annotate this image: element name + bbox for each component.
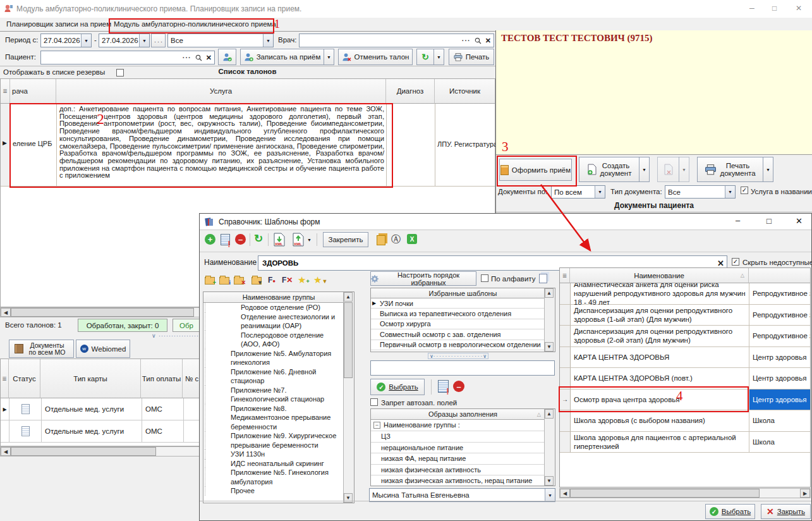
no-autofill-checkbox[interactable] bbox=[370, 398, 378, 406]
hierarchy-icon[interactable]: F● bbox=[268, 276, 276, 285]
dialog-close-button[interactable]: ✕ bbox=[796, 216, 803, 226]
col-template-name[interactable]: Наименование△ bbox=[570, 268, 749, 283]
template-row[interactable]: Школа здоровья для пациентов с артериаль… bbox=[560, 432, 810, 453]
group-tree-item[interactable]: Приложение №5. Гинекология амбулатория bbox=[205, 468, 344, 486]
chevron-down-icon[interactable]: ▼ bbox=[595, 186, 605, 198]
checkin-button[interactable]: Оформить приём bbox=[499, 159, 572, 181]
dialog-minimize-button[interactable]: – bbox=[736, 216, 740, 225]
col-diagnosis[interactable]: Диагноз bbox=[386, 79, 435, 104]
refresh-icon[interactable]: ↻ bbox=[254, 232, 263, 245]
patient-field[interactable]: ··· ✕ bbox=[40, 51, 215, 64]
create-document-dropdown[interactable]: ▼ bbox=[639, 157, 650, 182]
ellipsis-icon[interactable]: ··· bbox=[183, 54, 191, 61]
excel-icon[interactable]: X bbox=[407, 234, 417, 244]
maximize-button[interactable]: □ bbox=[772, 4, 777, 13]
tab-docs-all-mo[interactable]: Документы по всем МО bbox=[9, 340, 74, 358]
ellipsis-icon[interactable]: ··· bbox=[462, 37, 471, 44]
samples-group-row[interactable]: – Наименование группы : bbox=[371, 420, 555, 431]
chevron-down-icon[interactable]: ▼ bbox=[263, 34, 273, 47]
xml-import-icon[interactable]: XML bbox=[273, 233, 286, 247]
chevron-down-icon[interactable]: ▼ bbox=[545, 489, 555, 501]
doctor-field[interactable]: ··· ✕ bbox=[299, 34, 494, 47]
dialog-maximize-button[interactable]: □ bbox=[767, 216, 772, 226]
scroll-up-icon[interactable]: ▲ bbox=[545, 288, 554, 298]
scroll-down-icon[interactable]: ▼ bbox=[545, 342, 554, 352]
name-filter-input[interactable] bbox=[261, 259, 717, 267]
favorite-add-icon[interactable]: ★+ bbox=[298, 274, 310, 286]
group-tree-item[interactable]: Прочее bbox=[205, 486, 344, 496]
patient-info-button[interactable] bbox=[218, 49, 236, 65]
collapse-icon[interactable]: – bbox=[373, 422, 380, 429]
xml-export-icon[interactable]: XML bbox=[292, 233, 305, 247]
col-status[interactable]: Статус bbox=[9, 359, 40, 398]
template-row[interactable]: Школа здоровья (с выбором названия) Школ… bbox=[560, 410, 810, 432]
folder-filter-icon[interactable]: ▼ bbox=[251, 277, 262, 285]
tab-module[interactable]: Модуль амбулаторно-поликлинического прие… bbox=[114, 20, 276, 28]
search-icon[interactable] bbox=[195, 54, 202, 61]
docs-corner[interactable]: ≣ bbox=[1, 359, 9, 398]
service-in-name-checkbox[interactable]: ✓ bbox=[741, 187, 748, 194]
col-card-type[interactable]: Тип карты bbox=[40, 359, 141, 398]
favorites-order-button[interactable]: Настроить порядок избранных bbox=[370, 271, 476, 286]
folder-delete-icon[interactable]: ✕ bbox=[234, 277, 244, 285]
author-select[interactable]: Мысина Татьяна Евгеньевна▼ bbox=[369, 488, 555, 502]
template-name-input[interactable] bbox=[373, 364, 552, 372]
scroll-left-icon[interactable]: ◀ bbox=[560, 489, 570, 498]
date-to-picker[interactable]: 27.04.2026▼ bbox=[99, 34, 150, 47]
samples-header[interactable]: Образцы заполнения△ bbox=[371, 409, 555, 420]
group-tree-item[interactable]: Приложение №9. Хирургическое прерывание … bbox=[205, 431, 344, 450]
dialog-close-button2[interactable]: ✕ Закрыть bbox=[761, 504, 811, 519]
delete-icon[interactable]: – bbox=[453, 381, 464, 392]
add-icon[interactable]: + bbox=[205, 234, 215, 245]
minimize-button[interactable]: – bbox=[749, 3, 754, 13]
col-doctor[interactable]: рача bbox=[10, 79, 56, 104]
groups-header[interactable]: Наименование группы bbox=[203, 292, 354, 303]
favorite-template-row[interactable]: Осмотр хирурга bbox=[371, 319, 545, 329]
copy-list-icon[interactable] bbox=[539, 274, 547, 283]
favorite-template-row[interactable]: ▶ УЗИ почки bbox=[371, 298, 545, 309]
clear-icon[interactable]: ✕ bbox=[485, 37, 491, 45]
tab-planner[interactable]: Планировщик записи на прием bbox=[6, 20, 111, 28]
tab-webiomed[interactable]: w Webiomed bbox=[76, 340, 130, 358]
col-service[interactable]: Услуга bbox=[56, 79, 386, 104]
group-tree-item[interactable]: Послеродовое отделение (АОО, АФО) bbox=[205, 331, 344, 349]
scroll-left-icon[interactable]: ◀ bbox=[1, 308, 11, 317]
favorite-template-row[interactable]: Первичный осмотр в неврологическом отдел… bbox=[371, 340, 545, 350]
search-icon[interactable] bbox=[475, 37, 482, 44]
col-pay-type[interactable]: Тип оплаты bbox=[141, 359, 183, 398]
template-row[interactable]: Диспансеризация для оценки репродуктивно… bbox=[560, 326, 810, 347]
copy-icon[interactable] bbox=[377, 235, 385, 245]
group-tree-item[interactable]: Приложение №6. Дневной стационар bbox=[205, 367, 344, 386]
chevron-down-icon[interactable]: ▼ bbox=[725, 186, 735, 198]
patient-input[interactable] bbox=[44, 53, 183, 62]
group-tree-item[interactable]: Приложение №8. Медикаментозное прерывани… bbox=[205, 404, 344, 432]
cancel-ticket-button[interactable]: Отменить талон bbox=[338, 49, 413, 65]
xml-export-dropdown[interactable]: ▼ bbox=[307, 238, 312, 242]
doctor-input[interactable] bbox=[302, 36, 462, 45]
scroll-up-icon[interactable]: ▲ bbox=[344, 292, 353, 302]
ticket-row[interactable]: ▶ еление ЦРБ доп.: Анкетирование пациент… bbox=[1, 104, 495, 187]
period-more-button[interactable]: . . . bbox=[151, 34, 166, 47]
delete-icon[interactable]: – bbox=[235, 234, 246, 245]
edit-document-icon[interactable]: ❗ bbox=[221, 234, 230, 247]
template-row[interactable]: Диспансеризация для оценки репродуктивно… bbox=[560, 305, 810, 326]
favorites-header[interactable]: Избранные шаблоны bbox=[371, 288, 555, 298]
group-tree-item[interactable]: УЗИ 1130н bbox=[205, 450, 344, 459]
scroll-right-icon[interactable]: ▶ bbox=[800, 489, 810, 498]
sample-row[interactable]: нерациональное питание bbox=[371, 443, 545, 454]
folder-add-icon[interactable]: + bbox=[205, 277, 215, 285]
edit-document-icon[interactable]: ❗ bbox=[438, 380, 449, 395]
clear-icon[interactable]: ✕ bbox=[206, 54, 212, 62]
template-row[interactable]: Анамнестическая анкета для оценки риска … bbox=[560, 283, 810, 305]
book-appointment-button[interactable]: Записать на приём bbox=[240, 49, 324, 65]
book-appointment-dropdown[interactable]: ▼ bbox=[324, 49, 334, 65]
template-row[interactable]: → Осмотр врача центра здоровья Центр здо… bbox=[560, 389, 810, 411]
auto-number-icon[interactable]: Ⓐ bbox=[391, 233, 401, 245]
print-document-button[interactable]: Печатьдокумента bbox=[697, 157, 763, 182]
favorite-template-row[interactable]: Выписка из терапевтического отделения bbox=[371, 309, 545, 319]
sample-row[interactable]: низкая ФА, нерац питание bbox=[371, 453, 545, 465]
print-document-dropdown[interactable]: ▼ bbox=[763, 157, 773, 182]
chevron-down-icon[interactable]: ▼ bbox=[139, 34, 149, 47]
favorite-template-row[interactable]: Совместный осмотр с зав. отделения bbox=[371, 329, 545, 340]
col-source[interactable]: Источник bbox=[435, 79, 495, 104]
